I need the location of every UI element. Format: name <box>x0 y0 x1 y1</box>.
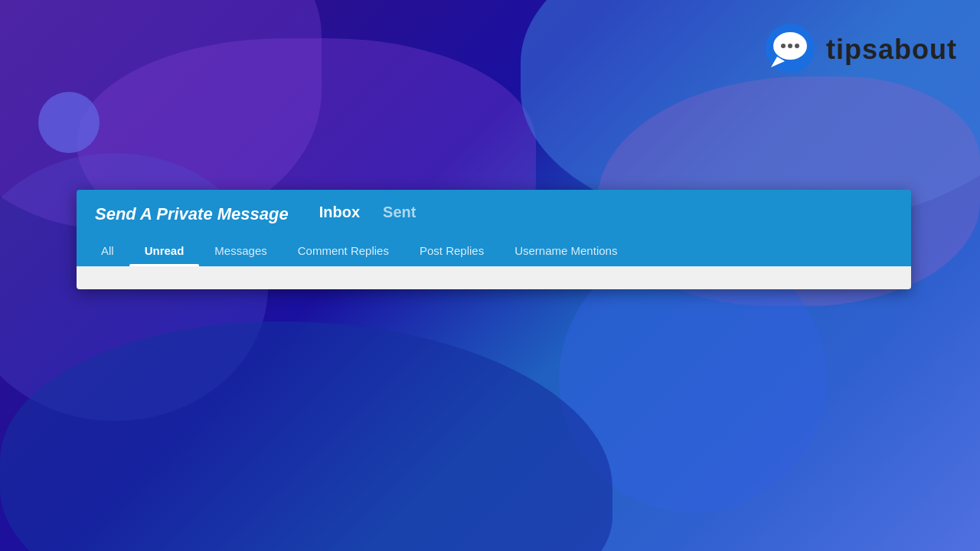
tab-messages[interactable]: Messages <box>199 236 282 266</box>
panel-tabs: All Unread Messages Comment Replies Post… <box>95 236 893 266</box>
svg-point-4 <box>788 44 792 48</box>
main-panel: Send A Private Message Inbox Sent All Un… <box>77 190 911 289</box>
panel-body <box>77 266 911 289</box>
panel-title: Send A Private Message <box>95 204 289 224</box>
svg-point-3 <box>781 44 786 48</box>
panel-nav: Inbox Sent <box>319 204 416 224</box>
tab-username-mentions[interactable]: Username Mentions <box>499 236 632 266</box>
blob-small-circle <box>38 92 100 153</box>
logo-area: tipsabout <box>763 23 957 77</box>
tab-unread[interactable]: Unread <box>129 236 200 266</box>
logo-text: tipsabout <box>826 34 957 66</box>
tab-comment-replies[interactable]: Comment Replies <box>283 236 404 266</box>
svg-point-5 <box>795 44 799 48</box>
panel-header: Send A Private Message Inbox Sent All Un… <box>77 190 911 266</box>
panel-title-row: Send A Private Message Inbox Sent <box>95 204 893 224</box>
nav-item-sent[interactable]: Sent <box>383 204 416 224</box>
logo-icon <box>763 23 817 77</box>
nav-item-inbox[interactable]: Inbox <box>319 204 360 224</box>
tab-post-replies[interactable]: Post Replies <box>404 236 499 266</box>
tab-all[interactable]: All <box>95 236 129 266</box>
